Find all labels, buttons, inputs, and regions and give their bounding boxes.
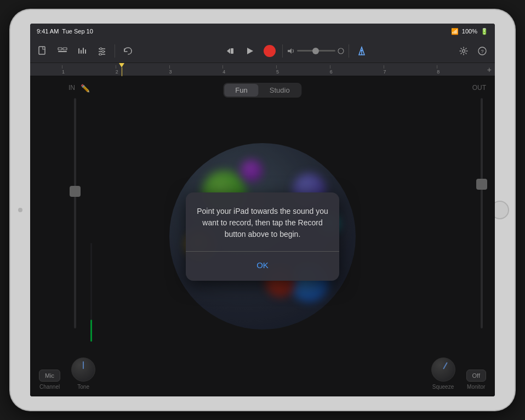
dialog-box: Point your iPad towards the sound you wa… bbox=[186, 192, 339, 281]
ipad-frame: 9:41 AM Tue Sep 10 📶 100% 🔋 bbox=[10, 10, 515, 410]
help-button[interactable]: ? bbox=[474, 43, 490, 59]
dialog-ok-button[interactable]: OK bbox=[197, 258, 328, 272]
svg-rect-2 bbox=[58, 51, 67, 52]
svg-marker-16 bbox=[247, 48, 253, 54]
svg-text:?: ? bbox=[481, 49, 483, 54]
svg-rect-5 bbox=[81, 50, 82, 54]
side-dot bbox=[18, 208, 22, 212]
svg-rect-15 bbox=[231, 48, 233, 54]
dialog-divider bbox=[186, 251, 339, 252]
status-bar: 9:41 AM Tue Sep 10 📶 100% 🔋 bbox=[30, 24, 495, 39]
ruler-mark-2: 2 bbox=[116, 65, 169, 76]
toolbar: ? bbox=[30, 39, 495, 63]
dialog-overlay: Point your iPad towards the sound you wa… bbox=[30, 76, 495, 396]
svg-point-9 bbox=[100, 48, 102, 50]
main-content: IN ✏️ OUT Fun Studio bbox=[30, 76, 495, 396]
svg-marker-17 bbox=[288, 48, 292, 54]
battery-icon: 🔋 bbox=[481, 28, 488, 35]
metronome-button[interactable] bbox=[353, 43, 370, 59]
volume-control[interactable] bbox=[287, 48, 344, 54]
tracks-button[interactable] bbox=[54, 43, 71, 59]
new-song-button[interactable] bbox=[35, 43, 51, 59]
ruler-marks: 1 2 3 4 5 6 7 8 bbox=[35, 65, 490, 76]
play-button[interactable] bbox=[242, 43, 258, 59]
ruler: 1 2 3 4 5 6 7 8 + bbox=[30, 63, 495, 76]
svg-point-18 bbox=[338, 48, 344, 54]
svg-point-22 bbox=[463, 49, 465, 52]
ruler-mark-8: 8 bbox=[437, 65, 490, 76]
svg-point-11 bbox=[102, 50, 104, 53]
ruler-mark-1: 1 bbox=[62, 65, 116, 76]
ruler-mark-3: 3 bbox=[169, 65, 223, 76]
svg-rect-4 bbox=[78, 48, 79, 54]
record-indicator bbox=[264, 45, 276, 57]
controls-button[interactable] bbox=[94, 43, 110, 59]
svg-point-21 bbox=[361, 49, 362, 51]
ruler-mark-7: 7 bbox=[384, 65, 437, 76]
mixer-button[interactable] bbox=[74, 43, 90, 59]
undo-button[interactable] bbox=[119, 43, 136, 59]
svg-rect-7 bbox=[85, 49, 86, 54]
ipad-screen: 9:41 AM Tue Sep 10 📶 100% 🔋 bbox=[30, 24, 495, 396]
add-track-button[interactable]: + bbox=[487, 65, 492, 74]
ruler-mark-5: 5 bbox=[276, 65, 330, 76]
svg-marker-14 bbox=[227, 48, 230, 54]
rewind-button[interactable] bbox=[222, 43, 238, 59]
svg-point-13 bbox=[99, 53, 101, 55]
svg-rect-1 bbox=[58, 48, 62, 50]
svg-rect-6 bbox=[83, 48, 84, 54]
dialog-message: Point your iPad towards the sound you wa… bbox=[197, 206, 328, 240]
wifi-icon: 📶 bbox=[451, 28, 459, 35]
date: Tue Sep 10 bbox=[62, 28, 93, 35]
ruler-mark-4: 4 bbox=[222, 65, 276, 76]
settings-button[interactable] bbox=[455, 43, 472, 59]
record-button[interactable] bbox=[261, 43, 278, 59]
time: 9:41 AM bbox=[37, 28, 59, 35]
battery-level: 100% bbox=[462, 28, 477, 35]
ruler-mark-6: 6 bbox=[330, 65, 384, 76]
svg-rect-3 bbox=[63, 48, 67, 50]
svg-rect-0 bbox=[39, 47, 45, 54]
